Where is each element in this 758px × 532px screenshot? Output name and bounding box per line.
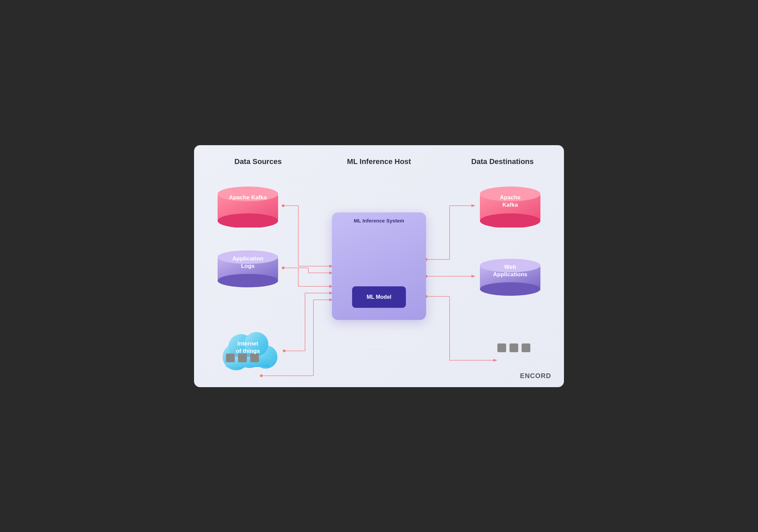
svg-point-36 xyxy=(480,282,540,296)
dot-1 xyxy=(226,354,235,362)
source-apache-kafka: Apache Kafka xyxy=(214,184,281,228)
source-iot: Internetof things xyxy=(213,323,283,374)
svg-point-10 xyxy=(260,374,263,377)
dot-6 xyxy=(522,343,530,352)
header-data-destinations: Data Destinations xyxy=(471,157,534,166)
svg-point-4 xyxy=(282,204,285,207)
svg-point-8 xyxy=(283,350,286,352)
ml-model-label: ML Model xyxy=(367,294,391,300)
more-destinations-dots xyxy=(497,343,530,352)
svg-point-6 xyxy=(282,267,285,269)
iot-label: Internetof things xyxy=(236,340,260,355)
svg-point-20 xyxy=(218,187,278,201)
svg-point-35 xyxy=(480,259,540,272)
ml-inference-box: ML Inference System ML Model xyxy=(332,212,426,320)
source-application-logs: ApplicationLogs xyxy=(214,248,281,288)
dot-4 xyxy=(497,343,506,352)
destination-web-applications: WebApplications xyxy=(477,256,544,296)
svg-point-24 xyxy=(218,274,278,287)
encord-logo: ENCORD xyxy=(520,372,551,380)
dot-5 xyxy=(509,343,518,352)
svg-point-21 xyxy=(218,213,278,228)
header-ml-inference: ML Inference Host xyxy=(347,157,411,166)
ml-inference-title: ML Inference System xyxy=(354,218,404,223)
destination-apache-kafka: ApacheKafka xyxy=(477,184,544,228)
main-canvas: Data Sources ML Inference Host Data Dest… xyxy=(194,145,564,387)
ml-model-box: ML Model xyxy=(352,286,406,308)
svg-point-33 xyxy=(480,213,540,228)
svg-point-32 xyxy=(480,187,540,201)
svg-point-23 xyxy=(218,250,278,264)
header-data-sources: Data Sources xyxy=(234,157,282,166)
